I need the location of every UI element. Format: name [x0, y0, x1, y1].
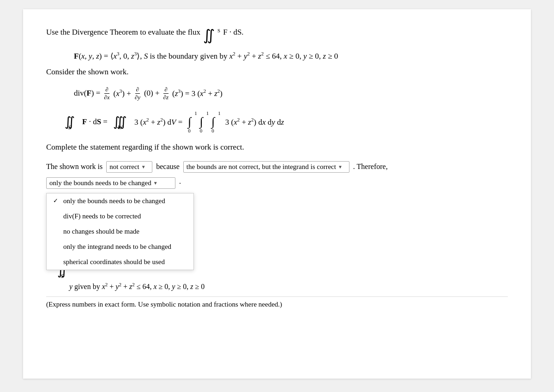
- dropdown1[interactable]: not correct ▼: [106, 161, 152, 173]
- menu-item-label-1: div(F) needs to be corrected: [63, 212, 141, 220]
- menu-item-2[interactable]: no changes should be made: [47, 224, 193, 239]
- checkmark-0: ✓: [53, 197, 60, 205]
- therefore-dropdown-arrow: ▼: [153, 181, 158, 186]
- title-integral: ∬: [203, 28, 215, 42]
- flux-lhs: ∬S: [65, 114, 75, 129]
- menu-item-label-4: spherical coordinates should be used: [63, 258, 165, 266]
- dropdown1-value: not correct: [109, 163, 139, 171]
- integral-3: 1 ∫ 0: [211, 110, 221, 133]
- menu-item-label-2: no changes should be made: [63, 228, 139, 235]
- therefore-dropdown[interactable]: only the bounds needs to be changed ▼: [46, 177, 175, 189]
- therefore-dropdown-value: only the bounds needs to be changed: [49, 179, 151, 187]
- dropdown2[interactable]: the bounds are not correct, but the inte…: [183, 161, 349, 173]
- partial-x: ∂ ∂x: [103, 86, 110, 101]
- dropdown2-container: the bounds are not correct, but the inte…: [183, 161, 349, 173]
- answer-row: The shown work is not correct ▼ because …: [46, 161, 508, 173]
- use-boundary-text: y given by x2 + y2 + z2 ≤ 64, x ≥ 0, y ≥…: [69, 282, 508, 291]
- dropdown1-container: not correct ▼: [106, 161, 152, 173]
- because-text: because: [156, 163, 180, 171]
- dropdown1-arrow: ▼: [141, 164, 146, 169]
- flux-triple: ∭W: [113, 114, 127, 129]
- page-container: Use the Divergence Theorem to evaluate t…: [23, 9, 531, 379]
- integral-2: 1 ∫ 0: [200, 110, 209, 133]
- divf-block: div(F) = ∂ ∂x (x3) + ∂ ∂y (0) + ∂ ∂z (z3…: [74, 86, 508, 101]
- problem-title: Use the Divergence Theorem to evaluate t…: [46, 28, 508, 42]
- menu-item-1[interactable]: div(F) needs to be corrected: [47, 209, 193, 224]
- dropdown2-value: the bounds are not correct, but the inte…: [187, 163, 336, 171]
- flux-integrand-mid: 3 (x2 + z2) dV =: [134, 117, 182, 127]
- function-definition: F(x, y, z) = ⟨x3, 0, z3⟩, S is the bound…: [74, 51, 508, 61]
- flux-fdots: F · dS =: [82, 117, 108, 127]
- menu-item-label-0: only the bounds needs to be changed: [63, 197, 165, 205]
- partial-z: ∂ ∂z: [163, 86, 170, 101]
- menu-item-0[interactable]: ✓ only the bounds needs to be changed: [47, 193, 193, 209]
- partial-y: ∂ ∂y: [134, 86, 141, 101]
- title-integral-sub: S: [217, 28, 220, 33]
- title-suffix: F · dS.: [223, 28, 243, 37]
- bottom-note: (Express numbers in exact form. Use symb…: [46, 296, 508, 308]
- flux-integrand-right: 3 (x2 + z2) dx dy dz: [225, 117, 284, 127]
- therefore-text: . Therefore,: [353, 163, 388, 171]
- complete-text: Complete the statement regarding if the …: [46, 143, 508, 152]
- consider-text: Consider the shown work.: [46, 67, 508, 77]
- function-text: F(x, y, z) = ⟨x3, 0, z3⟩, S is the bound…: [74, 52, 338, 60]
- integral-1: 1 ∫ 0: [188, 110, 197, 133]
- shown-work-prefix: The shown work is: [46, 163, 102, 171]
- x3-term: (x3) +: [114, 88, 131, 98]
- flux-line: ∬S F · dS = ∭W 3 (x2 + z2) dV = 1 ∫ 0 1 …: [65, 110, 508, 133]
- divf-label: div(F) =: [74, 89, 100, 98]
- title-prefix: Use the Divergence Theorem to evaluate t…: [46, 28, 200, 37]
- z3-term: (z3) = 3 (x2 + z2): [172, 88, 223, 98]
- therefore-row: only the bounds needs to be changed ▼ ✓ …: [46, 177, 508, 189]
- therefore-dropdown-container: only the bounds needs to be changed ▼ ✓ …: [46, 177, 175, 189]
- period-after-dropdown: .: [179, 177, 181, 186]
- therefore-dropdown-menu: ✓ only the bounds needs to be changed di…: [46, 193, 194, 270]
- menu-item-label-3: only the integrand needs to be changed: [63, 243, 171, 251]
- dropdown2-arrow: ▼: [338, 164, 343, 169]
- use-boundary: y given by x2 + y2 + z2 ≤ 64, x ≥ 0, y ≥…: [69, 283, 205, 290]
- bottom-note-text: (Express numbers in exact form. Use symb…: [46, 301, 282, 308]
- menu-item-4[interactable]: spherical coordinates should be used: [47, 254, 193, 270]
- zero-term: (0) +: [144, 89, 160, 98]
- menu-item-3[interactable]: only the integrand needs to be changed: [47, 239, 193, 254]
